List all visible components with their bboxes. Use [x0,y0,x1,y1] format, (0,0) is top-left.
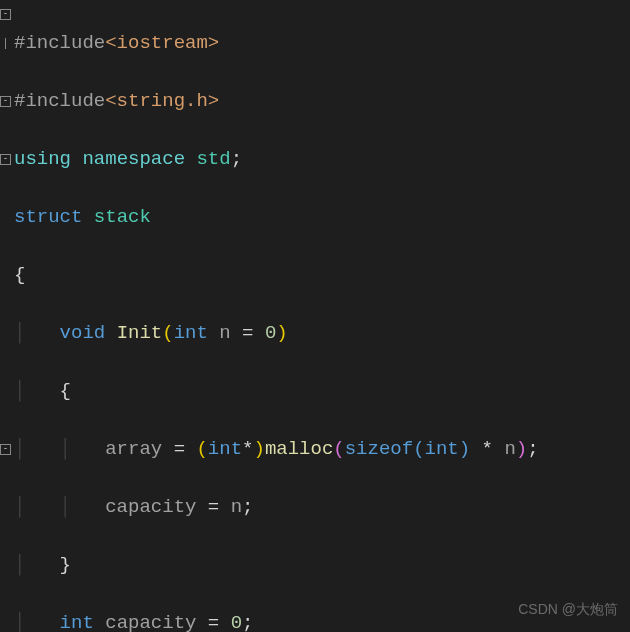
preprocessor: #include [14,90,105,112]
fold-toggle[interactable]: - [0,444,11,455]
code-line[interactable]: │ } [14,551,630,580]
op: * [242,438,253,460]
identifier: capacity [105,612,196,632]
paren: ) [253,438,264,460]
keyword: void [60,322,106,344]
code-line[interactable]: │ void Init(int n = 0) [14,319,630,348]
keyword: int [60,612,94,632]
keyword: namespace [82,148,185,170]
code-line[interactable]: │ │ capacity = n; [14,493,630,522]
op: = [208,496,219,518]
keyword: struct [14,206,82,228]
op: * [482,438,493,460]
fold-toggle[interactable]: - [0,9,11,20]
watermark: CSDN @大炮筒 [518,595,618,624]
op: = [242,322,253,344]
paren: ) [459,438,470,460]
code-line[interactable]: │ { [14,377,630,406]
number: 0 [231,612,242,632]
code-line[interactable]: │ │ array = (int*)malloc(sizeof(int) * n… [14,435,630,464]
code-line[interactable]: struct stack [14,203,630,232]
identifier: n [504,438,515,460]
paren: ( [162,322,173,344]
identifier: capacity [105,496,196,518]
identifier: std [196,148,230,170]
keyword: int [174,322,208,344]
brace: } [60,554,71,576]
keyword: int [425,438,459,460]
header-name: <iostream> [105,32,219,54]
punct: ; [527,438,538,460]
keyword: int [208,438,242,460]
keyword: sizeof [345,438,413,460]
number: 0 [265,322,276,344]
paren: ) [516,438,527,460]
code-editor[interactable]: - - - - #include<iostream> #include<stri… [0,0,630,632]
paren: ) [276,322,287,344]
punct: ; [242,496,253,518]
type-name: stack [94,206,151,228]
identifier: n [231,496,242,518]
fold-gutter: - - - - [0,0,12,632]
code-line[interactable]: { [14,261,630,290]
brace: { [14,264,25,286]
code-area[interactable]: #include<iostream> #include<string.h> us… [12,0,630,632]
identifier: n [219,322,230,344]
function-name: Init [117,322,163,344]
paren: ( [196,438,207,460]
punct: ; [242,612,253,632]
op: = [208,612,219,632]
fold-toggle[interactable]: - [0,154,11,165]
fold-line [5,38,6,49]
brace: { [60,380,71,402]
function-name: malloc [265,438,333,460]
punct: ; [231,148,242,170]
op: = [174,438,185,460]
paren: ( [413,438,424,460]
code-line[interactable]: #include<string.h> [14,87,630,116]
preprocessor: #include [14,32,105,54]
keyword: using [14,148,71,170]
code-line[interactable]: using namespace std; [14,145,630,174]
fold-toggle[interactable]: - [0,96,11,107]
code-line[interactable]: #include<iostream> [14,29,630,58]
header-name: <string.h> [105,90,219,112]
identifier: array [105,438,162,460]
paren: ( [333,438,344,460]
